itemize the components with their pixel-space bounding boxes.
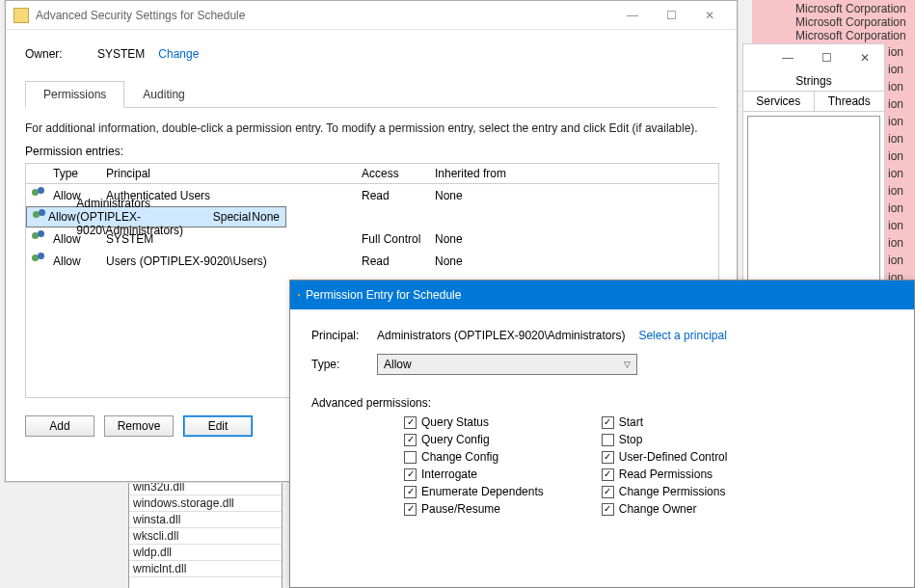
owner-label: Owner: xyxy=(25,47,97,61)
users-icon xyxy=(32,230,47,244)
window-title: Permission Entry for Schedule xyxy=(306,288,461,302)
info-text: For additional information, double-click… xyxy=(25,121,717,135)
permission-checkbox[interactable]: Enumerate Dependents xyxy=(404,485,544,498)
titlebar[interactable]: Advanced Security Settings for Schedule … xyxy=(6,1,737,30)
list-item[interactable]: wldp.dll xyxy=(129,545,282,561)
strings-header[interactable]: Strings xyxy=(743,71,884,92)
maximize-button[interactable]: ☐ xyxy=(652,9,690,22)
window-title: Advanced Security Settings for Schedule xyxy=(36,9,245,22)
permission-checkbox[interactable]: Query Config xyxy=(404,433,544,446)
tab-permissions[interactable]: Permissions xyxy=(25,81,124,108)
checkbox-icon xyxy=(404,486,417,498)
list-item[interactable]: windows.storage.dll xyxy=(129,495,282,512)
list-item[interactable]: winsta.dll xyxy=(129,512,282,528)
remove-button[interactable]: Remove xyxy=(104,415,174,437)
table-row[interactable]: AllowUsers (OPTIPLEX-9020\Users)ReadNone xyxy=(26,250,718,272)
close-button[interactable]: ✕ xyxy=(690,9,729,22)
titlebar[interactable]: Permission Entry for Schedule xyxy=(290,281,914,309)
type-select[interactable]: Allow ▽ xyxy=(377,354,637,375)
add-button[interactable]: Add xyxy=(25,415,94,437)
close-button[interactable]: ✕ xyxy=(846,51,884,65)
tab-threads[interactable]: Threads xyxy=(815,92,885,111)
principal-label: Principal: xyxy=(311,329,377,342)
change-owner-link[interactable]: Change xyxy=(158,47,199,61)
type-value: Allow xyxy=(384,358,412,371)
permission-checkbox[interactable]: Interrogate xyxy=(404,468,544,481)
col-type[interactable]: Type xyxy=(53,167,106,180)
users-icon xyxy=(32,253,47,266)
advanced-permissions-label: Advanced permissions: xyxy=(311,396,893,410)
tab-auditing[interactable]: Auditing xyxy=(124,81,202,108)
folder-icon xyxy=(298,294,300,296)
list-item[interactable]: wmiclnt.dll xyxy=(129,561,282,577)
permission-checkbox[interactable]: Change Config xyxy=(404,450,544,464)
principal-value: Administrators (OPTIPLEX-9020\Administra… xyxy=(377,329,625,342)
users-icon xyxy=(32,187,47,200)
users-icon xyxy=(33,209,48,223)
permission-checkbox[interactable]: User-Defined Control xyxy=(602,450,728,464)
checkbox-icon xyxy=(602,451,614,464)
dll-list: win32u.dll windows.storage.dll winsta.dl… xyxy=(128,479,283,588)
permission-entry-dialog: Permission Entry for Schedule Principal:… xyxy=(289,280,915,588)
minimize-button[interactable]: — xyxy=(768,51,807,65)
edit-button[interactable]: Edit xyxy=(183,415,253,437)
permission-checkbox[interactable]: Pause/Resume xyxy=(404,502,544,516)
table-row[interactable]: AllowAdministrators (OPTIPLEX-9020\Admin… xyxy=(26,206,286,227)
background-corp-block: Microsoft Corporation Microsoft Corporat… xyxy=(752,0,915,43)
checkbox-icon xyxy=(602,503,614,516)
permission-checkbox[interactable]: Query Status xyxy=(404,415,544,429)
folder-icon xyxy=(13,8,29,23)
permission-checkbox[interactable]: Change Owner xyxy=(602,502,728,516)
permission-checkbox[interactable]: Start xyxy=(602,415,728,429)
checkbox-icon xyxy=(404,416,417,429)
col-inherited[interactable]: Inherited from xyxy=(435,167,713,180)
checkbox-icon xyxy=(602,486,614,498)
checkbox-icon xyxy=(404,503,417,516)
owner-value: SYSTEM xyxy=(97,47,145,61)
permission-checkbox[interactable]: Change Permissions xyxy=(602,485,728,498)
tab-services[interactable]: Services xyxy=(743,92,815,111)
chevron-down-icon: ▽ xyxy=(624,360,631,369)
type-label: Type: xyxy=(311,358,377,371)
select-principal-link[interactable]: Select a principal xyxy=(638,329,726,342)
list-item[interactable]: wkscli.dll xyxy=(129,528,282,545)
checkbox-icon xyxy=(602,434,614,446)
permission-checkbox[interactable]: Stop xyxy=(602,433,728,446)
checkbox-icon xyxy=(602,416,614,429)
perm-entries-label: Permission entries: xyxy=(25,145,717,158)
checkbox-icon xyxy=(404,468,417,481)
checkbox-icon xyxy=(404,451,417,464)
col-principal[interactable]: Principal xyxy=(106,167,362,180)
col-access[interactable]: Access xyxy=(362,167,435,180)
permission-checkbox[interactable]: Read Permissions xyxy=(602,468,728,481)
maximize-button[interactable]: ☐ xyxy=(807,51,846,65)
minimize-button[interactable]: — xyxy=(613,9,652,22)
checkbox-icon xyxy=(602,468,614,481)
checkbox-icon xyxy=(404,434,417,446)
